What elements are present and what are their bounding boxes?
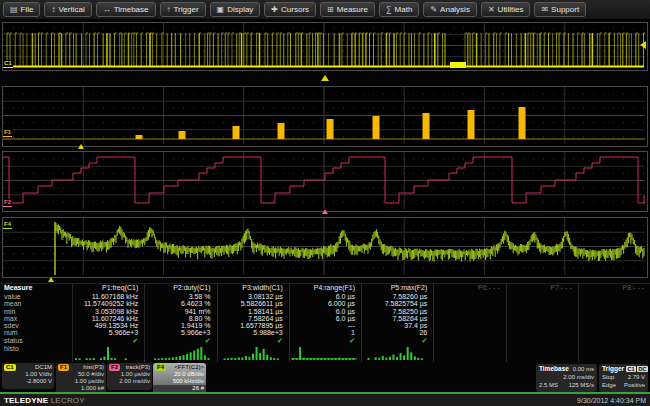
measure-table: MeasureP1:freq(C1)P2:duty(C1)P3:width(C1…	[0, 283, 650, 362]
c1-descriptor-line-2: -2.8000 V	[4, 378, 52, 385]
f2-trace-label[interactable]: F2	[3, 199, 12, 207]
measure-row-label-sdev: sdev	[0, 322, 72, 329]
measure-status-p2: ✔	[144, 337, 216, 345]
timebase-rate: 125 MS/s	[569, 381, 594, 389]
grid-f4	[2, 217, 648, 278]
measure-max-p7	[506, 315, 578, 322]
menu-measure-button[interactable]: ⊞Measure	[320, 2, 375, 17]
menu-analysis-button[interactable]: ✎Analysis	[423, 2, 477, 17]
f1-descriptor-line-1: 50.0 #/div	[58, 371, 104, 378]
measure-mean-p3: 5.5826611 µs	[217, 300, 289, 307]
menu-measure-label: Measure	[337, 3, 368, 16]
measure-row-label-max: max	[0, 315, 72, 322]
measure-header-6[interactable]: P6:- - -	[433, 284, 505, 293]
trigger-level-marker[interactable]	[640, 41, 646, 49]
measure-histo-p2	[144, 345, 216, 362]
f2-descriptor-box[interactable]: F2track(P3)1.00 µs/div2.00 ms/div	[107, 363, 152, 390]
f2-descriptor-line-1: 1.00 µs/div	[109, 371, 150, 378]
brand-primary: TELEDYNE	[4, 396, 48, 405]
c1-descriptor-box[interactable]: C1DC1M1.00 V/div-2.8000 V	[2, 363, 54, 389]
measure-sdev-p6	[433, 322, 505, 329]
trigger-type: Edge	[602, 381, 616, 389]
f4-descriptor-line-2: 500 kHz/div	[155, 378, 204, 385]
measure-row-label-num: num	[0, 329, 72, 336]
measure-mean-p1: 11.57409252 kHz	[72, 300, 144, 307]
timebase-label: Timebase	[539, 365, 569, 373]
f2-descriptor-title: track(P3)	[126, 364, 150, 371]
measure-value-p3: 3.08132 µs	[217, 293, 289, 300]
timebase-box[interactable]: Timebase 0.00 ms 2.00 ms/div 2.5 MS 125 …	[536, 364, 597, 392]
measure-num-p4: 1	[289, 329, 361, 336]
measure-value-p2: 3.58 %	[144, 293, 216, 300]
timebase-record: 2.5 MS	[539, 381, 558, 389]
menu-timebase-label: Timebase	[114, 3, 149, 16]
f4-channel-chip: F4	[155, 364, 166, 371]
measure-histo-p7	[506, 345, 578, 362]
measure-histo-p6	[433, 345, 505, 362]
c1-trace-label[interactable]: C1	[3, 60, 13, 68]
measure-row-label-histo: histo	[0, 345, 72, 362]
measure-header-8[interactable]: P8:- - -	[578, 284, 650, 293]
f1-offset-marker[interactable]	[78, 144, 84, 149]
f1-descriptor-title: hist(P3)	[83, 364, 104, 371]
menu-support-button[interactable]: ✉Support	[534, 2, 586, 17]
measure-header-2[interactable]: P2:duty(C1)	[144, 284, 216, 293]
f1-descriptor-line-2: 1.00 µs/div	[58, 378, 104, 385]
menu-math-button[interactable]: ∑Math	[379, 2, 420, 17]
measure-header-1[interactable]: P1:freq(C1)	[72, 284, 144, 293]
vertical-arrows-icon: ↕	[51, 3, 55, 16]
measure-num-p6	[433, 329, 505, 336]
f4-position-marker[interactable]	[48, 277, 54, 282]
measure-sdev-p2: 1.9419 %	[144, 322, 216, 329]
grid-f1	[2, 86, 648, 147]
oscilloscope-screen: ▤File↕Vertical↔Timebase↑Trigger▣Display✚…	[0, 0, 650, 406]
brand-secondary: LECROY	[51, 396, 85, 405]
f1-trace-label[interactable]: F1	[3, 129, 12, 137]
measure-num-p2: 5.966e+3	[144, 329, 216, 336]
c1-descriptor-title: DC1M	[35, 364, 52, 371]
measure-header-7[interactable]: P7:- - -	[506, 284, 578, 293]
measure-row-label-value: value	[0, 293, 72, 300]
measure-sdev-p3: 1.6577895 µs	[217, 322, 289, 329]
grid-c1	[2, 22, 648, 71]
menu-cursors-button[interactable]: ✚Cursors	[264, 2, 316, 17]
measure-header-5[interactable]: P5:max(F2)	[361, 284, 433, 293]
status-bar: TELEDYNE LECROY 9/30/2012 4:40:34 PM	[0, 394, 650, 406]
f1-descriptor-box[interactable]: F1hist(P3)50.0 #/div1.00 µs/div1.000 k#	[56, 363, 106, 393]
measure-sdev-p5: 37.4 ps	[361, 322, 433, 329]
f4-descriptor-box[interactable]: F4<FFT(C2)>20.0 dB/div500 kHz/div26 #	[153, 363, 206, 393]
trigger-box[interactable]: Trigger C1 DC Stop 2.79 V Edge Positive	[599, 364, 648, 392]
measure-mean-p5: 7.5825754 µs	[361, 300, 433, 307]
c1-channel-chip: C1	[4, 364, 16, 371]
measure-mean-p2: 6.4623 %	[144, 300, 216, 307]
trigger-position-marker[interactable]	[321, 75, 329, 81]
measure-status-p1: ✔	[72, 337, 144, 345]
menu-display-label: Display	[227, 3, 253, 16]
measure-row-label-status: status	[0, 337, 72, 345]
menu-trigger-button[interactable]: ↑Trigger	[160, 2, 206, 17]
menu-trigger-label: Trigger	[174, 3, 199, 16]
measure-min-p4: 6.0 µs	[289, 308, 361, 315]
measure-histo-p3	[217, 345, 289, 362]
menu-vertical-button[interactable]: ↕Vertical	[44, 2, 91, 17]
measure-min-p7	[506, 308, 578, 315]
measure-status-p8	[578, 337, 650, 345]
menu-file-button[interactable]: ▤File	[3, 2, 40, 17]
f2-position-marker[interactable]	[322, 209, 328, 214]
menu-utilities-button[interactable]: ✕Utilities	[481, 2, 530, 17]
measure-row-label-mean: mean	[0, 300, 72, 307]
support-icon: ✉	[541, 3, 548, 16]
menu-timebase-button[interactable]: ↔Timebase	[96, 2, 156, 17]
menu-display-button[interactable]: ▣Display	[210, 2, 261, 17]
measure-header-4[interactable]: P4:range(F1)	[289, 284, 361, 293]
c1-descriptor-line-1: 1.00 V/div	[4, 371, 52, 378]
measure-header-3[interactable]: P3:width(C1)	[217, 284, 289, 293]
measure-sdev-p1: 499.13534 Hz	[72, 322, 144, 329]
measure-min-p5: 7.58250 µs	[361, 308, 433, 315]
measure-max-p6	[433, 315, 505, 322]
datetime-display: 9/30/2012 4:40:34 PM	[577, 397, 646, 404]
f4-trace-label[interactable]: F4	[3, 221, 12, 229]
measure-max-p3: 7.58264 µs	[217, 315, 289, 322]
measure-table-title: Measure	[0, 284, 72, 293]
measure-icon: ⊞	[327, 3, 334, 16]
